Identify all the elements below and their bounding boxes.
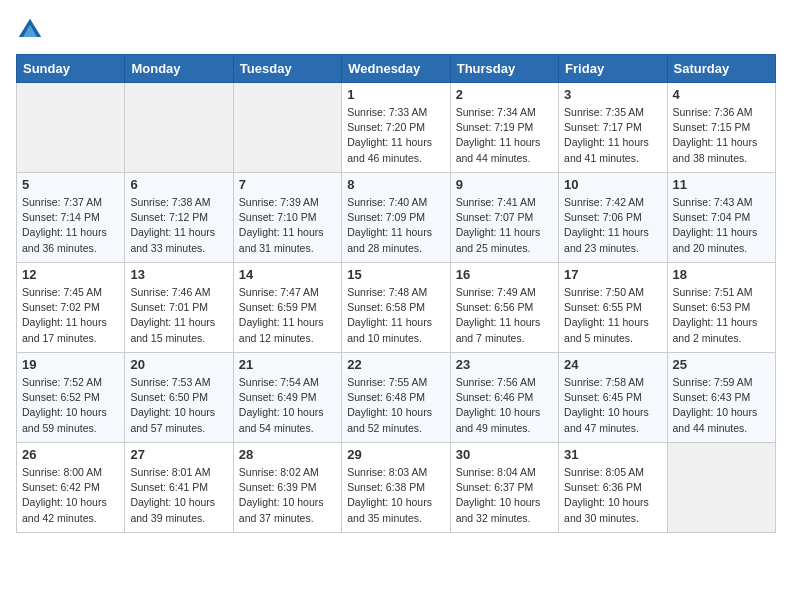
day-cell: 3Sunrise: 7:35 AM Sunset: 7:17 PM Daylig… xyxy=(559,83,667,173)
day-info: Sunrise: 7:59 AM Sunset: 6:43 PM Dayligh… xyxy=(673,375,770,436)
day-number: 7 xyxy=(239,177,336,192)
day-cell: 17Sunrise: 7:50 AM Sunset: 6:55 PM Dayli… xyxy=(559,263,667,353)
day-header-thursday: Thursday xyxy=(450,55,558,83)
day-cell: 16Sunrise: 7:49 AM Sunset: 6:56 PM Dayli… xyxy=(450,263,558,353)
day-info: Sunrise: 7:45 AM Sunset: 7:02 PM Dayligh… xyxy=(22,285,119,346)
day-cell: 1Sunrise: 7:33 AM Sunset: 7:20 PM Daylig… xyxy=(342,83,450,173)
day-cell: 28Sunrise: 8:02 AM Sunset: 6:39 PM Dayli… xyxy=(233,443,341,533)
day-info: Sunrise: 7:35 AM Sunset: 7:17 PM Dayligh… xyxy=(564,105,661,166)
day-cell: 7Sunrise: 7:39 AM Sunset: 7:10 PM Daylig… xyxy=(233,173,341,263)
day-cell: 12Sunrise: 7:45 AM Sunset: 7:02 PM Dayli… xyxy=(17,263,125,353)
day-info: Sunrise: 7:47 AM Sunset: 6:59 PM Dayligh… xyxy=(239,285,336,346)
day-info: Sunrise: 7:55 AM Sunset: 6:48 PM Dayligh… xyxy=(347,375,444,436)
logo xyxy=(16,16,48,44)
day-number: 4 xyxy=(673,87,770,102)
week-row-4: 19Sunrise: 7:52 AM Sunset: 6:52 PM Dayli… xyxy=(17,353,776,443)
day-info: Sunrise: 7:39 AM Sunset: 7:10 PM Dayligh… xyxy=(239,195,336,256)
day-number: 11 xyxy=(673,177,770,192)
logo-icon xyxy=(16,16,44,44)
day-number: 6 xyxy=(130,177,227,192)
day-cell: 9Sunrise: 7:41 AM Sunset: 7:07 PM Daylig… xyxy=(450,173,558,263)
day-info: Sunrise: 7:36 AM Sunset: 7:15 PM Dayligh… xyxy=(673,105,770,166)
day-cell: 20Sunrise: 7:53 AM Sunset: 6:50 PM Dayli… xyxy=(125,353,233,443)
day-info: Sunrise: 7:53 AM Sunset: 6:50 PM Dayligh… xyxy=(130,375,227,436)
day-cell: 4Sunrise: 7:36 AM Sunset: 7:15 PM Daylig… xyxy=(667,83,775,173)
day-info: Sunrise: 7:54 AM Sunset: 6:49 PM Dayligh… xyxy=(239,375,336,436)
day-cell: 19Sunrise: 7:52 AM Sunset: 6:52 PM Dayli… xyxy=(17,353,125,443)
day-number: 31 xyxy=(564,447,661,462)
day-number: 18 xyxy=(673,267,770,282)
day-header-friday: Friday xyxy=(559,55,667,83)
header xyxy=(16,16,776,44)
day-info: Sunrise: 7:51 AM Sunset: 6:53 PM Dayligh… xyxy=(673,285,770,346)
day-number: 16 xyxy=(456,267,553,282)
day-cell: 23Sunrise: 7:56 AM Sunset: 6:46 PM Dayli… xyxy=(450,353,558,443)
day-number: 30 xyxy=(456,447,553,462)
day-cell: 25Sunrise: 7:59 AM Sunset: 6:43 PM Dayli… xyxy=(667,353,775,443)
week-row-1: 1Sunrise: 7:33 AM Sunset: 7:20 PM Daylig… xyxy=(17,83,776,173)
calendar-table: SundayMondayTuesdayWednesdayThursdayFrid… xyxy=(16,54,776,533)
day-number: 29 xyxy=(347,447,444,462)
day-cell: 24Sunrise: 7:58 AM Sunset: 6:45 PM Dayli… xyxy=(559,353,667,443)
day-number: 23 xyxy=(456,357,553,372)
day-info: Sunrise: 8:05 AM Sunset: 6:36 PM Dayligh… xyxy=(564,465,661,526)
day-number: 27 xyxy=(130,447,227,462)
day-cell: 5Sunrise: 7:37 AM Sunset: 7:14 PM Daylig… xyxy=(17,173,125,263)
day-info: Sunrise: 7:43 AM Sunset: 7:04 PM Dayligh… xyxy=(673,195,770,256)
day-info: Sunrise: 8:02 AM Sunset: 6:39 PM Dayligh… xyxy=(239,465,336,526)
day-header-wednesday: Wednesday xyxy=(342,55,450,83)
day-cell: 27Sunrise: 8:01 AM Sunset: 6:41 PM Dayli… xyxy=(125,443,233,533)
day-cell: 22Sunrise: 7:55 AM Sunset: 6:48 PM Dayli… xyxy=(342,353,450,443)
day-cell: 6Sunrise: 7:38 AM Sunset: 7:12 PM Daylig… xyxy=(125,173,233,263)
day-info: Sunrise: 7:52 AM Sunset: 6:52 PM Dayligh… xyxy=(22,375,119,436)
day-info: Sunrise: 7:40 AM Sunset: 7:09 PM Dayligh… xyxy=(347,195,444,256)
day-number: 10 xyxy=(564,177,661,192)
day-number: 21 xyxy=(239,357,336,372)
day-number: 17 xyxy=(564,267,661,282)
day-number: 12 xyxy=(22,267,119,282)
week-row-5: 26Sunrise: 8:00 AM Sunset: 6:42 PM Dayli… xyxy=(17,443,776,533)
day-cell xyxy=(667,443,775,533)
day-number: 19 xyxy=(22,357,119,372)
day-info: Sunrise: 7:41 AM Sunset: 7:07 PM Dayligh… xyxy=(456,195,553,256)
day-info: Sunrise: 7:58 AM Sunset: 6:45 PM Dayligh… xyxy=(564,375,661,436)
day-info: Sunrise: 7:48 AM Sunset: 6:58 PM Dayligh… xyxy=(347,285,444,346)
day-cell: 18Sunrise: 7:51 AM Sunset: 6:53 PM Dayli… xyxy=(667,263,775,353)
day-cell: 11Sunrise: 7:43 AM Sunset: 7:04 PM Dayli… xyxy=(667,173,775,263)
day-header-sunday: Sunday xyxy=(17,55,125,83)
day-info: Sunrise: 7:56 AM Sunset: 6:46 PM Dayligh… xyxy=(456,375,553,436)
day-cell: 2Sunrise: 7:34 AM Sunset: 7:19 PM Daylig… xyxy=(450,83,558,173)
day-info: Sunrise: 7:33 AM Sunset: 7:20 PM Dayligh… xyxy=(347,105,444,166)
day-number: 20 xyxy=(130,357,227,372)
day-cell: 30Sunrise: 8:04 AM Sunset: 6:37 PM Dayli… xyxy=(450,443,558,533)
day-number: 1 xyxy=(347,87,444,102)
day-info: Sunrise: 8:03 AM Sunset: 6:38 PM Dayligh… xyxy=(347,465,444,526)
day-cell: 8Sunrise: 7:40 AM Sunset: 7:09 PM Daylig… xyxy=(342,173,450,263)
day-number: 3 xyxy=(564,87,661,102)
day-cell: 10Sunrise: 7:42 AM Sunset: 7:06 PM Dayli… xyxy=(559,173,667,263)
day-cell: 15Sunrise: 7:48 AM Sunset: 6:58 PM Dayli… xyxy=(342,263,450,353)
week-row-2: 5Sunrise: 7:37 AM Sunset: 7:14 PM Daylig… xyxy=(17,173,776,263)
day-info: Sunrise: 7:49 AM Sunset: 6:56 PM Dayligh… xyxy=(456,285,553,346)
day-number: 13 xyxy=(130,267,227,282)
days-header-row: SundayMondayTuesdayWednesdayThursdayFrid… xyxy=(17,55,776,83)
day-cell: 31Sunrise: 8:05 AM Sunset: 6:36 PM Dayli… xyxy=(559,443,667,533)
day-cell xyxy=(233,83,341,173)
day-number: 2 xyxy=(456,87,553,102)
day-number: 24 xyxy=(564,357,661,372)
day-number: 15 xyxy=(347,267,444,282)
day-number: 25 xyxy=(673,357,770,372)
day-header-tuesday: Tuesday xyxy=(233,55,341,83)
week-row-3: 12Sunrise: 7:45 AM Sunset: 7:02 PM Dayli… xyxy=(17,263,776,353)
day-info: Sunrise: 8:04 AM Sunset: 6:37 PM Dayligh… xyxy=(456,465,553,526)
day-cell: 13Sunrise: 7:46 AM Sunset: 7:01 PM Dayli… xyxy=(125,263,233,353)
day-info: Sunrise: 8:01 AM Sunset: 6:41 PM Dayligh… xyxy=(130,465,227,526)
day-number: 14 xyxy=(239,267,336,282)
day-info: Sunrise: 7:50 AM Sunset: 6:55 PM Dayligh… xyxy=(564,285,661,346)
day-number: 9 xyxy=(456,177,553,192)
day-number: 28 xyxy=(239,447,336,462)
day-header-saturday: Saturday xyxy=(667,55,775,83)
day-number: 22 xyxy=(347,357,444,372)
day-info: Sunrise: 7:37 AM Sunset: 7:14 PM Dayligh… xyxy=(22,195,119,256)
day-cell: 21Sunrise: 7:54 AM Sunset: 6:49 PM Dayli… xyxy=(233,353,341,443)
